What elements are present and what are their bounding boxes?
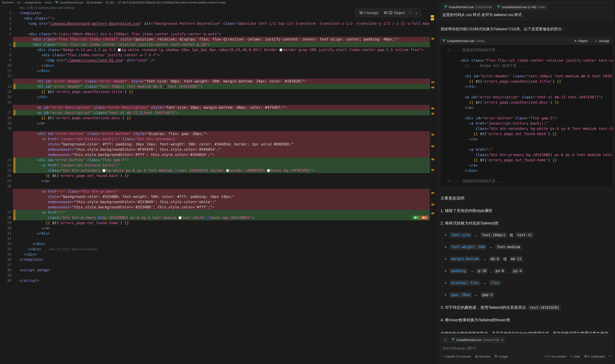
diff-removed-line[interactable]: <p id="error-Description" class="error-D… (0, 105, 430, 110)
diff-removed-line[interactable]: style="background-color: #fff; padding: … (0, 142, 430, 147)
code-line[interactable]: 14 {{ $t('errors_page.unauthorized.title… (0, 89, 430, 94)
diff-removed-line[interactable]: onmouseout="this.style.backgroundColor='… (0, 152, 430, 157)
diff-removed-line[interactable]: <a href="/" class="btn btn-primary" (0, 189, 430, 194)
code-line[interactable]: 34 </div> Akin, 2个月前 • add error module (0, 247, 430, 252)
chat-scroll-area[interactable]: Unauthorized.vueCurrent FileUnauthorized… (438, 0, 615, 333)
ruler-change-mark (431, 18, 434, 20)
code-line[interactable]: 5 <div class="h-[calc(100vh-80px)] min-h… (0, 31, 430, 37)
code-line[interactable]: 30 </a> (0, 226, 430, 231)
diff-added-line[interactable]: 28 class="btn btn-primary bg-[#3250BD] p… (0, 215, 430, 220)
add-context-button[interactable]: + (443, 337, 448, 343)
diff-added-line[interactable]: 17 <p id="error-Description" class="text… (0, 110, 430, 116)
reject-shortcut-badge[interactable]: ⌘N (420, 216, 429, 220)
breadcrumb-item[interactable]: {}template (87, 1, 102, 4)
collapse-icon[interactable]: ^ (609, 355, 610, 358)
breadcrumb-item[interactable]: components (25, 1, 41, 4)
reject-all-button[interactable]: ⌘⌫Reject (383, 11, 405, 15)
no-context-action[interactable]: ⌥⏎ no context (544, 355, 566, 358)
accept-shortcut-badge[interactable]: ⌘Y (412, 216, 420, 220)
diff-removed-line[interactable]: <h1 id="error-Header" class="error-Heade… (0, 79, 430, 84)
breadcrumb-item[interactable]: error (45, 1, 51, 4)
code-line[interactable]: 26 (0, 184, 430, 189)
code-line[interactable]: 40</script> (0, 278, 430, 283)
model-selector[interactable]: ^claude-3.5-sonnet (443, 355, 471, 358)
code-line[interactable]: 25 </a> (0, 178, 430, 184)
diff-removed-line[interactable]: onmouseover="this.style.backgroundColor=… (0, 147, 430, 152)
code-line[interactable]: 39 (0, 273, 430, 278)
code-line[interactable]: 19 </p> (0, 121, 430, 126)
code-line[interactable]: 8 <div class="flex items-center justify-… (0, 52, 430, 58)
code-line[interactable]: 12 (0, 73, 430, 79)
context-chip[interactable]: Unauthorized.vueCurrent File (442, 4, 494, 10)
diff-removed-line[interactable]: <div id="error-button" class="error-butt… (0, 131, 430, 136)
chat-code-line: <div class="flex flex-col items-center r… (440, 58, 613, 63)
diff-removed-line[interactable]: style="background-color: #3250BD; font-w… (0, 194, 430, 199)
code-line[interactable]: 16 (0, 100, 430, 105)
diff-removed-line[interactable]: onmouseover="this.style.backgroundColor=… (0, 199, 430, 205)
followup-composer[interactable]: + Unauthorized.vue Current File ✕ Ask fo… (440, 335, 613, 360)
code-line[interactable]: 7 <div class="Badge h-14 px-3.5 py-3.5 b… (0, 47, 430, 52)
diff-added-line[interactable]: 22 <a href="javascript:history.back();" (0, 163, 430, 168)
breadcrumb-item[interactable]: Unauthorized.vue (55, 1, 83, 4)
gutter-modified-icon (13, 163, 15, 168)
code-line[interactable]: 20 (0, 126, 430, 131)
line-number: 5 (0, 31, 13, 37)
codebase-send-action[interactable]: ⌘⏎ codebase (584, 355, 605, 358)
editor-lines[interactable]: You, 上周 | 4 authors (Akin and others) 1<… (0, 5, 430, 283)
code-line[interactable]: 4 (0, 26, 430, 31)
remove-chip-icon[interactable]: ✕ (501, 338, 504, 342)
line-number: 13 (0, 84, 13, 89)
diff-added-line[interactable]: 6 <div class="flex flex-col items-center… (0, 42, 430, 47)
composer-toolbar: ^claude-3.5-sonnet @ Mention Image ⌥⏎ no… (443, 354, 610, 359)
prev-diff-button[interactable]: ↑ (409, 11, 411, 15)
breadcrumb-item[interactable]: frontend (2, 1, 13, 4)
accept-all-button[interactable]: ⌘⏎Accept (359, 11, 378, 15)
line-number: 14 (0, 89, 13, 94)
diff-added-line[interactable]: 23 class="btn btn-secondary bg-white px-… (0, 168, 430, 173)
code-line[interactable]: 24 {{ $t('errors_page.not_found.back') }… (0, 173, 430, 178)
breadcrumb[interactable]: frontend›src›components›error›Unauthoriz… (0, 0, 438, 5)
diff-removed-line[interactable]: <a href="javascript:history.back();" cla… (0, 136, 430, 142)
color-swatch (140, 111, 143, 114)
code-line[interactable]: 29 {{ $t('errors_page.not_found.home') }… (0, 220, 430, 226)
code-line[interactable]: 32 (0, 236, 430, 241)
mention-button[interactable]: @ Mention (475, 355, 491, 358)
diff-removed-line[interactable]: <div class="flex flex-col items-center" … (0, 37, 430, 42)
line-number: 4 (0, 26, 13, 31)
overview-ruler[interactable] (430, 0, 438, 364)
context-chip[interactable]: Unauthorized.vue Current File ✕ (450, 337, 506, 343)
chat-send-action[interactable]: ⏎ chat (570, 355, 580, 358)
code-line[interactable]: 33 </div> (0, 241, 430, 247)
code-line[interactable]: 31 </div> (0, 231, 430, 236)
code-line[interactable]: 9 <img src="/images/icons/lock-01.svg" a… (0, 58, 430, 63)
breadcrumb-item[interactable]: div.h-[calc(100vh-80px)].min-h-[500px].f… (118, 1, 226, 4)
code-line[interactable]: 10 </div> (0, 63, 430, 68)
code-line[interactable]: 38<script setup> (0, 268, 430, 273)
code-line[interactable]: 15 </h1> (0, 94, 430, 100)
breadcrumb-item[interactable]: div. (106, 1, 114, 4)
chat-code-line: class="btn btn-primary bg-[#3250BD] px-6… (440, 152, 613, 157)
diff-added-line[interactable]: 21 <div id="error-button" class="flex ga… (0, 157, 430, 163)
diff-removed-line[interactable]: onmouseout="this.style.backgroundColor='… (0, 205, 430, 210)
followup-input[interactable]: Ask followup (⌘Y) (443, 346, 611, 351)
ruler-change-mark (431, 212, 434, 214)
diff-added-line[interactable]: 27 <a href="/" (0, 210, 430, 215)
bullet-text: , (490, 269, 491, 273)
reject-button[interactable]: ✕Reject (570, 37, 591, 45)
diff-review-toolbar: ⌘⏎Accept ⌘⌫Reject ↑ ↓ (355, 8, 421, 17)
diff-added-line[interactable]: 13 <h1 id="error-Header" class="text-[60… (0, 84, 430, 89)
code-line[interactable]: 11 </div> (0, 68, 430, 73)
code-line[interactable]: 36</template> (0, 257, 430, 262)
image-button[interactable]: Image (495, 354, 508, 359)
code-line[interactable]: 18 {{ $t('errors_page.unauthorized.desc'… (0, 116, 430, 121)
accept-button[interactable]: ✓Accept (591, 37, 613, 45)
next-diff-button[interactable]: ↓ (416, 11, 417, 15)
code-line[interactable]: 35 </div> (0, 252, 430, 257)
code-card-header: Unauthorized.vue Done ✕Reject ✓Accept (440, 37, 613, 45)
context-chip[interactable]: Unauthorized.vue (1-44)Code (495, 4, 547, 10)
code-line[interactable]: 37 (0, 262, 430, 268)
code-card-body: // ... 前面的代码保持不变 ... <div class="flex fl… (440, 45, 613, 187)
chat-code-line: <p id="error-Description" class="text-xl… (440, 95, 613, 100)
code-line[interactable]: 3 <img src="/images/Background-pattern-d… (0, 21, 430, 26)
breadcrumb-item[interactable]: src (17, 1, 21, 4)
